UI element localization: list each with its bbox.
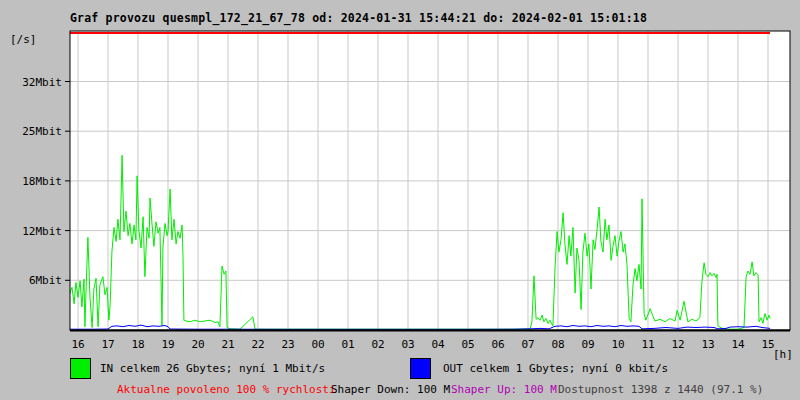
x-tick-label: 10	[611, 338, 624, 351]
x-tick-label: 19	[161, 338, 174, 351]
y-tick-label: 12Mbit	[22, 225, 62, 238]
x-tick-label: 18	[131, 338, 144, 351]
x-tick-label: 20	[191, 338, 204, 351]
x-tick-label: 08	[551, 338, 564, 351]
x-tick-label: 13	[701, 338, 714, 351]
x-tick-label: 03	[401, 338, 414, 351]
x-tick-label: 02	[371, 338, 384, 351]
x-tick-label: 21	[221, 338, 234, 351]
legend-out-swatch	[410, 358, 431, 379]
status-availability: Dostupnost 1398 z 1440 (97.1 %)	[558, 383, 763, 396]
status-shaper-up: Shaper Up: 100 M	[451, 383, 557, 396]
traffic-chart: 1617181920212223000102030405060708091011…	[0, 0, 800, 360]
x-tick-label: 04	[431, 338, 445, 351]
x-axis-unit-label: [h]	[773, 348, 793, 361]
y-tick-label: 25Mbit	[22, 125, 62, 138]
status-shaper-down: Shaper Down: 100 M	[331, 383, 450, 396]
legend-in-label: IN celkem 26 Gbytes; nyní 1 Mbit/s	[100, 362, 325, 375]
status-allowed-speed: Aktualne povoleno 100 % rychlosti	[117, 383, 336, 396]
y-tick-label: 18Mbit	[22, 175, 62, 188]
legend-in-swatch	[70, 358, 91, 379]
x-tick-label: 14	[731, 338, 745, 351]
traffic-graph-page: Graf provozu quesmpl_172_21_67_78 od: 20…	[0, 0, 800, 400]
x-tick-label: 12	[671, 338, 684, 351]
x-tick-label: 06	[491, 338, 504, 351]
x-tick-label: 01	[341, 338, 354, 351]
x-tick-label: 00	[311, 338, 324, 351]
legend-out-label: OUT celkem 1 Gbytes; nyní 0 kbit/s	[443, 362, 668, 375]
x-tick-label: 11	[641, 338, 654, 351]
x-tick-label: 07	[521, 338, 534, 351]
y-tick-label: 6Mbit	[29, 274, 62, 287]
x-tick-label: 09	[581, 338, 594, 351]
x-tick-label: 05	[461, 338, 474, 351]
y-tick-label: 32Mbit	[22, 76, 62, 89]
x-tick-label: 23	[281, 338, 294, 351]
x-tick-label: 16	[71, 338, 84, 351]
x-tick-label: 22	[251, 338, 264, 351]
x-tick-label: 17	[101, 338, 114, 351]
